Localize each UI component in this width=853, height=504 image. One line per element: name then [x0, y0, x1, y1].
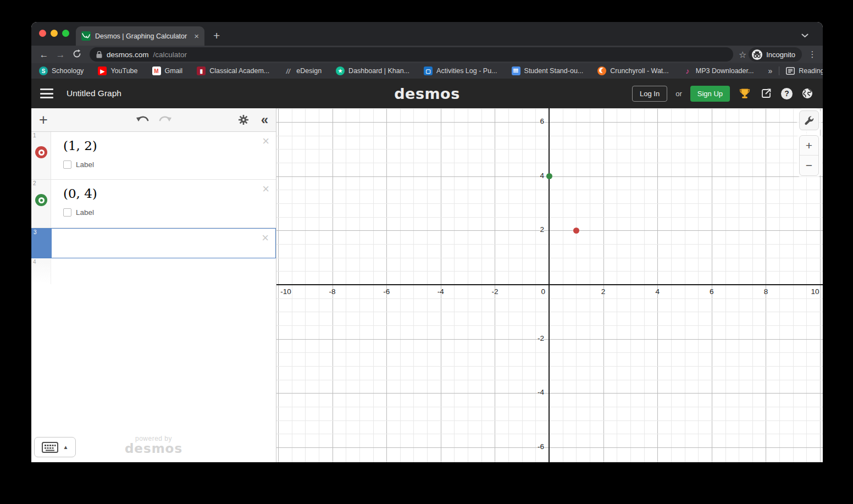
reading-list-button[interactable]: Reading List — [786, 67, 823, 75]
toolbar-right-group: « — [238, 113, 268, 126]
grid-line-vertical — [630, 108, 631, 462]
add-expression-button[interactable]: + — [39, 113, 48, 128]
row-content-empty[interactable]: × — [52, 229, 275, 258]
bookmark-label: YouTube — [110, 67, 137, 75]
browser-tab[interactable]: Desmos | Graphing Calculator × — [76, 26, 204, 46]
grid-line-horizontal — [276, 461, 823, 462]
student-standout-icon — [512, 67, 520, 75]
expression-row-2[interactable]: 2 (0, 4) Label × — [31, 180, 276, 228]
bookmark-edesign[interactable]: // eDesign — [284, 67, 322, 75]
back-button[interactable]: ← — [37, 50, 51, 59]
trophy-icon[interactable] — [738, 87, 751, 100]
reload-button[interactable] — [70, 49, 84, 60]
point-style-icon[interactable] — [35, 146, 47, 158]
lock-icon[interactable] — [96, 51, 102, 58]
row-content[interactable]: (1, 2) Label × — [51, 132, 276, 179]
grid-line-horizontal — [276, 366, 823, 367]
main-menu-icon[interactable] — [40, 88, 53, 98]
graph-canvas[interactable]: + − -10-8-6-4-20246810-6-4-2246 — [276, 108, 823, 462]
expression-latex[interactable]: (1, 2) — [63, 139, 254, 153]
delete-expression-icon[interactable]: × — [262, 135, 269, 147]
tab-search-chevron-icon[interactable] — [801, 30, 808, 40]
grid-line-vertical — [739, 108, 739, 462]
or-label: or — [675, 90, 682, 98]
grid-line-horizontal — [276, 149, 823, 149]
grid-line-vertical — [292, 108, 292, 462]
bookmarks-divider — [779, 67, 779, 75]
redo-icon[interactable] — [158, 115, 173, 125]
grid-line-vertical — [373, 108, 374, 462]
grid-line-vertical — [617, 108, 617, 462]
tab-close-icon[interactable]: × — [194, 32, 199, 40]
grid-line-horizontal — [276, 190, 823, 190]
close-window-button[interactable] — [39, 30, 46, 37]
minimize-window-button[interactable] — [51, 30, 58, 37]
bookmark-classical-academy[interactable]: ▮ Classical Academ... — [197, 67, 269, 75]
row-content[interactable]: (0, 4) Label × — [51, 180, 276, 228]
expression-row-1[interactable]: 1 (1, 2) Label × — [31, 132, 276, 180]
address-bar[interactable]: desmos.com/calculator — [90, 47, 733, 62]
point-style-icon[interactable] — [35, 194, 47, 206]
zoom-in-button[interactable]: + — [800, 136, 818, 156]
bookmark-student-standout[interactable]: Student Stand-ou... — [512, 67, 584, 75]
bookmark-khan-dashboard[interactable]: ★ Dashboard | Khan... — [336, 67, 409, 75]
x-tick-label: -2 — [491, 287, 498, 296]
grid-line-vertical — [685, 108, 685, 462]
x-tick-label: -8 — [329, 287, 336, 296]
schoology-icon: S — [39, 67, 48, 75]
new-tab-button[interactable]: + — [213, 30, 220, 41]
help-icon[interactable]: ? — [781, 88, 793, 99]
row-number: 1 — [33, 132, 36, 139]
bookmark-crunchyroll[interactable]: Crunchyroll - Wat... — [597, 67, 669, 75]
grid-line-vertical — [481, 108, 482, 462]
row-number: 3 — [34, 229, 37, 235]
browser-menu-icon[interactable]: ⋮ — [807, 49, 817, 59]
grid-line-vertical — [427, 108, 428, 462]
label-checkbox[interactable] — [63, 160, 71, 169]
signup-button[interactable]: Sign Up — [690, 86, 730, 102]
undo-icon[interactable] — [135, 115, 149, 125]
graph-settings-gear-icon[interactable] — [238, 114, 249, 125]
graph-title[interactable]: Untitled Graph — [67, 88, 121, 98]
bookmark-label: Gmail — [165, 67, 183, 75]
expression-latex[interactable]: (0, 4) — [63, 186, 254, 201]
bookmarks-overflow-button[interactable]: » — [768, 67, 772, 75]
label-checkbox[interactable] — [63, 208, 71, 217]
bookmark-schoology[interactable]: S Schoology — [39, 67, 84, 75]
graph-settings-wrench-button[interactable] — [799, 110, 819, 130]
bookmark-mp3-downloader[interactable]: ♪ MP3 Downloader... — [683, 67, 754, 75]
delete-expression-icon[interactable]: × — [262, 183, 269, 195]
expression-row-4[interactable]: 4 — [31, 258, 276, 284]
expression-row-3-selected[interactable]: 3 × — [31, 228, 276, 258]
tab-title: Desmos | Graphing Calculator — [95, 32, 190, 40]
mp3-downloader-icon: ♪ — [683, 67, 692, 75]
point-0-4[interactable] — [546, 173, 552, 179]
zoom-out-button[interactable]: − — [800, 156, 818, 175]
graph-controls: + − — [799, 110, 819, 176]
grid-line-vertical — [522, 108, 523, 462]
grid-line-horizontal — [276, 298, 823, 299]
grid-line-horizontal — [276, 420, 823, 421]
x-tick-label: 6 — [710, 287, 714, 296]
browser-window: Desmos | Graphing Calculator × + ← → des… — [31, 22, 823, 462]
login-button[interactable]: Log In — [632, 86, 667, 102]
show-keyboard-button[interactable]: ▲ — [34, 437, 76, 457]
label-checkbox-text: Label — [76, 208, 94, 217]
x-tick-label: 2 — [601, 287, 606, 296]
delete-expression-icon[interactable]: × — [262, 232, 269, 244]
bookmark-label: Schoology — [52, 67, 84, 75]
y-tick-label: -6 — [276, 442, 544, 451]
share-icon[interactable] — [760, 87, 773, 100]
bookmark-gmail[interactable]: M Gmail — [152, 67, 183, 75]
row-content-empty[interactable] — [51, 258, 276, 284]
bookmark-star-icon[interactable]: ☆ — [739, 49, 746, 60]
point-1-2[interactable] — [573, 228, 579, 234]
collapse-panel-icon[interactable]: « — [261, 113, 268, 126]
fullscreen-window-button[interactable] — [62, 30, 69, 37]
grid-line-horizontal — [276, 108, 823, 109]
bookmark-youtube[interactable]: ▶ YouTube — [98, 67, 137, 75]
grid-line-vertical — [779, 108, 780, 462]
language-globe-icon[interactable] — [801, 87, 814, 100]
bookmark-activities-log[interactable]: ▢ Activities Log - Pu... — [424, 67, 497, 75]
forward-button[interactable]: → — [53, 50, 68, 59]
